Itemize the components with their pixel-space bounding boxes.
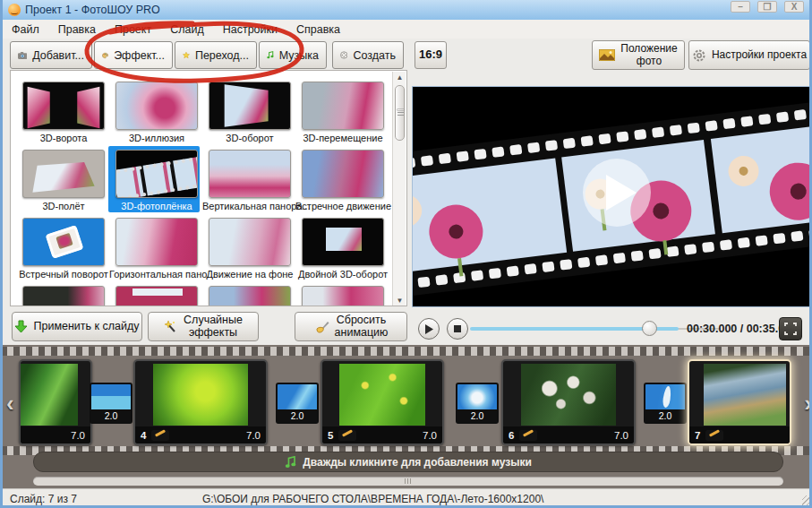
tab-transitions[interactable]: Переход... — [175, 41, 257, 69]
music-track[interactable]: Дважды кликните для добавления музыки — [33, 452, 783, 472]
apply-to-slide-label: Применить к слайду — [33, 321, 139, 333]
slide-duration: 7.0 — [423, 430, 437, 441]
close-button[interactable]: X — [784, 1, 804, 13]
title-bar: Проект 1 - ФотоШОУ PRO — [3, 0, 809, 20]
effect-item[interactable]: Встречное движение — [295, 150, 390, 211]
effect-item[interactable]: Двойной 3D-оборот — [295, 218, 390, 280]
tab-music-label: Музыка — [279, 49, 319, 62]
effect-label: 3D-фотоплёнка — [109, 201, 204, 211]
menu-settings[interactable]: Настройки — [223, 23, 278, 36]
effect-thumbnail — [209, 82, 291, 130]
photo-position-label: Положениефото — [620, 43, 677, 68]
timeline-transition[interactable]: 2.0 — [90, 383, 132, 424]
timeline-scroll-right-icon[interactable]: › — [804, 390, 812, 418]
menu-help[interactable]: Справка — [296, 23, 340, 36]
edit-pencil-icon[interactable] — [151, 430, 169, 441]
edit-pencil-icon[interactable] — [705, 430, 723, 441]
menu-edit[interactable]: Правка — [58, 23, 96, 36]
timeline-scroll-left-icon[interactable]: ‹ — [6, 390, 14, 418]
effect-thumbnail — [22, 82, 105, 130]
effect-thumbnail — [302, 150, 384, 198]
transition-duration: 2.0 — [91, 409, 131, 422]
effect-item[interactable] — [109, 286, 204, 306]
timeline-horizontal-scrollbar[interactable] — [33, 477, 783, 486]
effects-list-panel: 3D-ворота 3D-иллюзия 3D-оборот 3D-переме… — [10, 70, 407, 306]
timeline-transition[interactable]: 2.0 — [456, 383, 499, 424]
slide-number: 5 — [328, 430, 333, 441]
timeline-slide[interactable]: 7.0 — [19, 359, 92, 445]
aspect-ratio-button[interactable]: 16:9 — [415, 41, 447, 69]
slide-number: 4 — [141, 430, 146, 441]
video-preview[interactable] — [412, 86, 812, 307]
effect-thumbnail — [115, 150, 198, 198]
transition-duration: 2.0 — [645, 409, 685, 422]
effect-label: 3D-оборот — [202, 133, 297, 143]
timeline-transition[interactable]: 2.0 — [276, 383, 319, 424]
effect-item[interactable]: Вертикальная панора... — [202, 150, 297, 211]
palette-icon — [102, 48, 108, 63]
effect-item[interactable]: Горизонтальная пано... — [109, 218, 204, 280]
transition-duration: 2.0 — [278, 409, 317, 422]
timeline-transition[interactable]: 2.0 — [644, 383, 687, 424]
tab-effects-label: Эффект... — [114, 49, 165, 62]
apply-to-slide-button[interactable]: Применить к слайду — [12, 312, 142, 341]
menu-project[interactable]: Проект — [115, 23, 151, 36]
effect-thumbnail — [115, 82, 198, 130]
effect-item[interactable]: 3D-иллюзия — [109, 82, 204, 143]
maximize-button[interactable]: ❐ — [757, 1, 777, 13]
effects-scrollbar[interactable]: ▲ ▼ — [392, 72, 406, 306]
menu-file[interactable]: Файл — [12, 23, 39, 36]
stop-button[interactable] — [447, 318, 468, 340]
play-button[interactable] — [418, 318, 440, 340]
effect-label: 3D-полёт — [16, 201, 111, 211]
slide-info-bar: 5 7.0 — [322, 426, 442, 443]
magic-wand-icon — [164, 320, 178, 334]
film-sprockets-top — [3, 347, 812, 356]
edit-pencil-icon[interactable] — [519, 430, 537, 441]
slide-duration: 7.0 — [71, 430, 85, 441]
tab-add[interactable]: Добавит... — [10, 41, 92, 69]
timeline-slide[interactable]: 4 7.0 — [133, 359, 268, 445]
effect-item[interactable]: 3D-оборот — [202, 82, 297, 143]
scroll-up-icon[interactable]: ▲ — [393, 72, 406, 83]
timeline-slide[interactable]: 6 7.0 — [501, 359, 636, 445]
effect-item[interactable]: Встречный поворот — [16, 218, 111, 280]
tab-effects[interactable]: Эффект... — [94, 41, 173, 69]
project-settings-button[interactable]: Настройки проекта — [688, 40, 810, 70]
photo-position-button[interactable]: Положениефото — [592, 40, 685, 70]
scroll-down-icon[interactable]: ▼ — [393, 295, 406, 306]
timeline-slide-selected[interactable]: 7 — [688, 359, 791, 445]
window-controls: – ❐ X — [731, 1, 804, 13]
seek-handle[interactable] — [642, 321, 657, 336]
menu-slide[interactable]: Слайд — [170, 23, 204, 36]
stop-icon — [454, 325, 461, 332]
window-title: Проект 1 - ФотоШОУ PRO — [25, 4, 160, 16]
tab-music[interactable]: Музыка — [259, 41, 327, 69]
effect-item[interactable] — [16, 286, 111, 306]
tab-create[interactable]: Создать — [332, 41, 404, 69]
slide-count-status: Слайд: 7 из 7 — [10, 493, 77, 505]
resize-grip[interactable] — [802, 495, 812, 506]
reset-animation-label: Сброситьанимацию — [335, 314, 389, 340]
effect-item[interactable]: 3D-перемещение — [295, 82, 390, 143]
effect-label: 3D-ворота — [16, 133, 111, 143]
fullscreen-button[interactable] — [779, 317, 802, 340]
random-effects-button[interactable]: Случайныеэффекты — [148, 312, 259, 341]
reset-animation-button[interactable]: Сброситьанимацию — [295, 312, 407, 341]
effect-item[interactable]: Движение на фоне — [202, 218, 297, 280]
effect-item[interactable]: 3D-ворота — [16, 82, 111, 143]
effect-thumbnail — [115, 218, 198, 266]
edit-pencil-icon[interactable] — [338, 430, 356, 441]
slide-thumbnail — [339, 364, 426, 426]
scrollbar-thumb[interactable] — [395, 85, 405, 141]
minimize-button[interactable]: – — [731, 1, 750, 13]
effect-item-selected[interactable]: 3D-фотоплёнка — [109, 150, 204, 211]
camera-icon — [18, 49, 27, 62]
fullscreen-icon — [784, 323, 797, 335]
effect-item[interactable] — [202, 286, 297, 306]
effect-label: Встречное движение — [295, 201, 390, 211]
effect-item[interactable]: 3D-полёт — [16, 150, 111, 211]
effect-label: 3D-перемещение — [295, 133, 390, 143]
effect-item[interactable] — [295, 286, 390, 306]
timeline-slide[interactable]: 5 7.0 — [321, 359, 444, 445]
